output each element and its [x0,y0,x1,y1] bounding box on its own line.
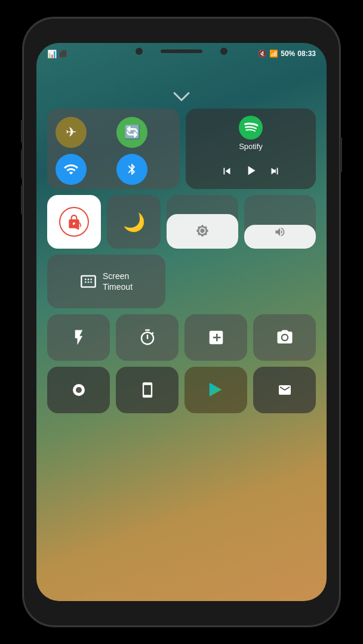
moon-icon: 🌙 [123,212,145,233]
row-lock-night-sliders: 🌙 [47,195,316,249]
brightness-icon [196,224,209,240]
spotify-panel: Spotify [186,109,316,189]
screen-timeout-label-1: Screen [103,271,133,281]
media-next-button[interactable] [268,165,281,181]
phone-screen: 📊 ⬛ 🔇 📶 50% 08:33 ✈ [36,43,327,601]
gmail-button[interactable] [253,367,316,413]
row-screen-timeout: Screen Timeout [47,255,316,308]
lock-rotation-icon [59,207,89,237]
camera-button[interactable] [253,314,316,361]
wifi-toggle[interactable] [56,154,87,185]
camera-area [136,48,227,55]
swipe-down-indicator[interactable] [172,91,191,106]
volume-down-button[interactable] [21,149,23,179]
screen-timeout-button[interactable]: Screen Timeout [47,255,165,308]
battery-text: 50% [281,49,295,58]
lock-rotation-button[interactable] [47,195,101,249]
calculator-button[interactable] [184,314,247,361]
status-left-icons: 📊 ⬛ [47,49,67,58]
auto-rotate-toggle[interactable]: 🔄 [116,117,147,148]
status-right-icons: 🔇 📶 50% 08:33 [258,49,316,58]
media-play-button[interactable] [243,163,259,182]
screen-timeout-label-2: Timeout [103,281,133,292]
brightness-slider-track [167,195,238,249]
svg-point-1 [282,335,287,340]
nfc-icon: ⬛ [59,50,67,58]
control-panel: ✈ 🔄 [47,109,316,589]
screen-timeout-icon [80,273,97,290]
screen-record-button[interactable] [47,367,110,413]
volume-icon [274,226,286,240]
volume-slider-track [244,195,316,249]
power-button[interactable] [340,137,342,173]
sensor [220,48,227,55]
row-quick-toggles-spotify: ✈ 🔄 [47,109,316,189]
time-display: 08:33 [297,49,316,58]
signal-icon: 📶 [269,49,278,58]
mute-icon: 🔇 [258,49,267,58]
timer-button[interactable] [116,314,179,361]
screen-timeout-text-wrap: Screen Timeout [103,271,133,292]
media-controls [220,163,281,182]
activity-icon: 📊 [47,49,57,58]
spotify-logo-icon [239,116,263,140]
spotify-info: Spotify [239,116,263,151]
flashlight-button[interactable] [47,314,110,361]
quick-toggles-grid: ✈ 🔄 [47,109,180,189]
bluetooth-toggle[interactable] [116,154,147,185]
bixby-button[interactable] [21,185,23,215]
front-camera [136,48,143,55]
play-store-button[interactable] [184,367,247,413]
phone-screen-button[interactable] [116,367,179,413]
night-mode-button[interactable]: 🌙 [107,195,161,249]
app-shortcuts-row-2 [47,367,316,413]
speaker [161,49,202,53]
app-shortcuts-row-1 [47,314,316,361]
airplane-mode-toggle[interactable]: ✈ [56,117,87,148]
phone-device: 📊 ⬛ 🔇 📶 50% 08:33 ✈ [23,18,340,626]
svg-point-3 [76,387,82,393]
volume-up-button[interactable] [21,119,23,143]
spotify-label: Spotify [239,142,263,151]
brightness-slider[interactable] [167,195,238,249]
volume-slider[interactable] [244,195,316,249]
media-prev-button[interactable] [220,165,233,181]
